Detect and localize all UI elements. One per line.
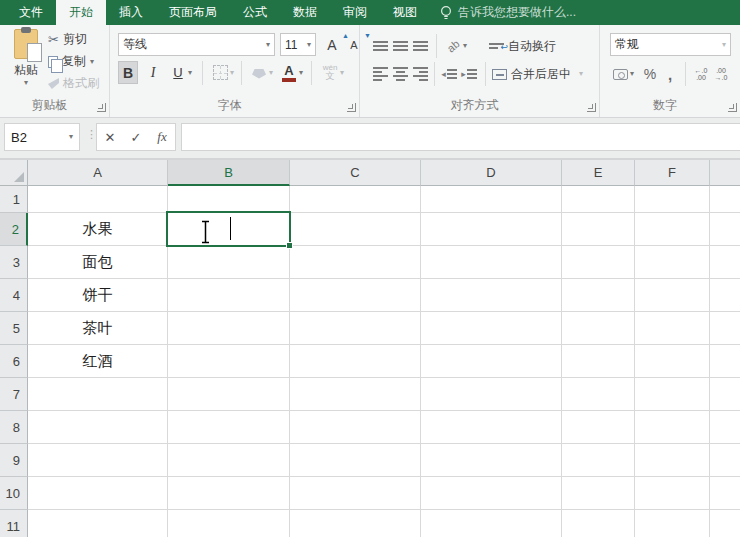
- font-dialog-launcher-icon[interactable]: [347, 103, 356, 112]
- cell-G8[interactable]: [710, 411, 740, 444]
- cell-F5[interactable]: [635, 312, 710, 345]
- row-header-11[interactable]: 11: [0, 510, 28, 537]
- number-format-select[interactable]: 常规 ▾: [610, 33, 731, 56]
- enter-button[interactable]: ✓: [123, 124, 149, 150]
- column-header-D[interactable]: D: [421, 160, 562, 186]
- fill-color-button[interactable]: [249, 61, 269, 84]
- decrease-indent-button[interactable]: ◂: [439, 63, 459, 85]
- cell-C4[interactable]: [290, 279, 421, 312]
- increase-indent-button[interactable]: ▸: [459, 63, 479, 85]
- align-right-button[interactable]: [410, 63, 430, 85]
- tab-page-layout[interactable]: 页面布局: [156, 0, 230, 25]
- cell-B1[interactable]: [168, 186, 290, 213]
- cell-C5[interactable]: [290, 312, 421, 345]
- cell-A9[interactable]: [28, 444, 168, 477]
- cell-B5[interactable]: [168, 312, 290, 345]
- font-color-button[interactable]: A: [279, 61, 299, 84]
- cell-F7[interactable]: [635, 378, 710, 411]
- cell-D7[interactable]: [421, 378, 562, 411]
- row-header-4[interactable]: 4: [0, 279, 28, 312]
- cell-E4[interactable]: [562, 279, 635, 312]
- active-cell-selection[interactable]: [166, 211, 291, 247]
- phonetic-guide-button[interactable]: wén 文: [320, 61, 340, 84]
- align-bottom-button[interactable]: [410, 35, 430, 57]
- row-header-10[interactable]: 10: [0, 477, 28, 510]
- row-header-1[interactable]: 1: [0, 186, 28, 213]
- cell-D6[interactable]: [421, 345, 562, 378]
- select-all-corner[interactable]: [0, 160, 28, 186]
- cell-C10[interactable]: [290, 477, 421, 510]
- underline-button[interactable]: U: [168, 61, 188, 84]
- column-header-G[interactable]: G: [710, 160, 740, 186]
- cell-G6[interactable]: [710, 345, 740, 378]
- cell-C8[interactable]: [290, 411, 421, 444]
- column-header-A[interactable]: A: [28, 160, 168, 186]
- cell-D4[interactable]: [421, 279, 562, 312]
- cell-B8[interactable]: [168, 411, 290, 444]
- cell-E2[interactable]: [562, 213, 635, 246]
- row-header-3[interactable]: 3: [0, 246, 28, 279]
- cell-C11[interactable]: [290, 510, 421, 537]
- cell-B7[interactable]: [168, 378, 290, 411]
- clipboard-dialog-launcher-icon[interactable]: [97, 103, 106, 112]
- cell-G7[interactable]: [710, 378, 740, 411]
- tab-home[interactable]: 开始: [56, 0, 106, 25]
- cell-D3[interactable]: [421, 246, 562, 279]
- cell-B4[interactable]: [168, 279, 290, 312]
- cell-F8[interactable]: [635, 411, 710, 444]
- increase-font-size-button[interactable]: A ▲: [322, 33, 342, 56]
- cell-A8[interactable]: [28, 411, 168, 444]
- cell-F9[interactable]: [635, 444, 710, 477]
- cell-A6[interactable]: 红酒: [28, 345, 168, 378]
- cancel-button[interactable]: ✕: [97, 124, 123, 150]
- cell-G4[interactable]: [710, 279, 740, 312]
- cell-B6[interactable]: [168, 345, 290, 378]
- cell-B10[interactable]: [168, 477, 290, 510]
- cell-E5[interactable]: [562, 312, 635, 345]
- merge-center-button[interactable]: 合并后居中: [492, 66, 571, 83]
- increase-decimal-button[interactable]: ←.0.00: [691, 63, 711, 85]
- cell-A1[interactable]: [28, 186, 168, 213]
- cell-D8[interactable]: [421, 411, 562, 444]
- tab-file[interactable]: 文件: [6, 0, 56, 25]
- cell-A4[interactable]: 饼干: [28, 279, 168, 312]
- cell-F10[interactable]: [635, 477, 710, 510]
- cut-button[interactable]: ✂ 剪切: [48, 30, 87, 49]
- row-header-5[interactable]: 5: [0, 312, 28, 345]
- cell-A11[interactable]: [28, 510, 168, 537]
- cell-A5[interactable]: 茶叶: [28, 312, 168, 345]
- align-top-button[interactable]: [370, 35, 390, 57]
- paste-button[interactable]: 粘贴 ▾: [5, 27, 47, 99]
- font-name-select[interactable]: 等线 ▾: [118, 33, 275, 56]
- cell-G9[interactable]: [710, 444, 740, 477]
- name-box[interactable]: B2 ▾: [4, 123, 80, 151]
- tab-data[interactable]: 数据: [280, 0, 330, 25]
- insert-function-button[interactable]: fx: [149, 124, 175, 150]
- cell-E7[interactable]: [562, 378, 635, 411]
- cell-A3[interactable]: 面包: [28, 246, 168, 279]
- column-header-E[interactable]: E: [562, 160, 635, 186]
- cell-C7[interactable]: [290, 378, 421, 411]
- cell-C1[interactable]: [290, 186, 421, 213]
- cell-D10[interactable]: [421, 477, 562, 510]
- cell-F11[interactable]: [635, 510, 710, 537]
- cell-G2[interactable]: [710, 213, 740, 246]
- cell-E9[interactable]: [562, 444, 635, 477]
- cell-B11[interactable]: [168, 510, 290, 537]
- alignment-dialog-launcher-icon[interactable]: [587, 103, 596, 112]
- align-center-button[interactable]: [390, 63, 410, 85]
- cell-C3[interactable]: [290, 246, 421, 279]
- font-size-select[interactable]: 11 ▾: [280, 33, 316, 56]
- cell-F4[interactable]: [635, 279, 710, 312]
- row-header-8[interactable]: 8: [0, 411, 28, 444]
- number-dialog-launcher-icon[interactable]: [728, 103, 737, 112]
- cell-D5[interactable]: [421, 312, 562, 345]
- cell-E1[interactable]: [562, 186, 635, 213]
- cell-E3[interactable]: [562, 246, 635, 279]
- cell-D1[interactable]: [421, 186, 562, 213]
- formula-input[interactable]: [181, 123, 740, 151]
- tab-review[interactable]: 审阅: [330, 0, 380, 25]
- tell-me-box[interactable]: 告诉我您想要做什么...: [430, 0, 586, 25]
- cell-C2[interactable]: [290, 213, 421, 246]
- cell-E8[interactable]: [562, 411, 635, 444]
